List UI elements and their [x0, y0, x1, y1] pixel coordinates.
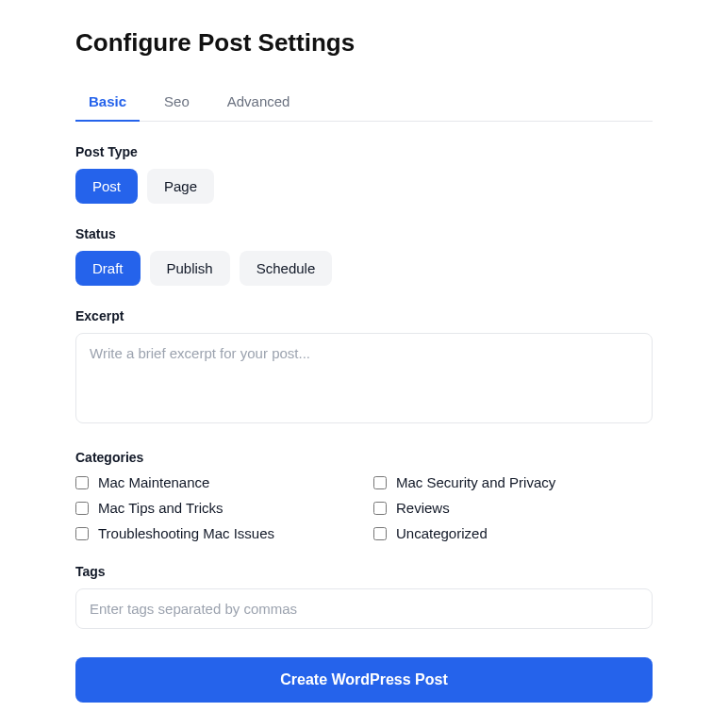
- category-item[interactable]: Troubleshooting Mac Issues: [75, 525, 355, 541]
- categories-group: Categories Mac Maintenance Mac Security …: [75, 450, 653, 541]
- category-checkbox[interactable]: [373, 476, 387, 489]
- tab-advanced[interactable]: Advanced: [227, 84, 290, 121]
- tabs: Basic Seo Advanced: [75, 84, 653, 122]
- post-type-label: Post Type: [75, 144, 653, 159]
- post-type-page-button[interactable]: Page: [147, 169, 214, 204]
- excerpt-group: Excerpt: [75, 308, 653, 427]
- category-item[interactable]: Mac Maintenance: [75, 474, 355, 490]
- status-draft-button[interactable]: Draft: [75, 251, 141, 286]
- category-text: Mac Tips and Tricks: [98, 500, 223, 516]
- category-text: Uncategorized: [396, 525, 488, 541]
- category-checkbox[interactable]: [75, 527, 89, 540]
- category-checkbox[interactable]: [75, 476, 89, 489]
- post-type-group: Post Type Post Page: [75, 144, 653, 204]
- status-group: Status Draft Publish Schedule: [75, 226, 653, 286]
- categories-label: Categories: [75, 450, 653, 465]
- tags-input[interactable]: [75, 588, 653, 629]
- category-item[interactable]: Mac Tips and Tricks: [75, 500, 355, 516]
- post-type-post-button[interactable]: Post: [75, 169, 138, 204]
- category-text: Reviews: [396, 500, 450, 516]
- category-text: Mac Maintenance: [98, 474, 209, 490]
- status-publish-button[interactable]: Publish: [150, 251, 230, 286]
- category-checkbox[interactable]: [75, 502, 89, 515]
- category-checkbox[interactable]: [373, 527, 387, 540]
- tags-group: Tags: [75, 564, 653, 629]
- status-schedule-button[interactable]: Schedule: [240, 251, 333, 286]
- excerpt-input[interactable]: [75, 333, 653, 423]
- page-title: Configure Post Settings: [75, 28, 653, 58]
- category-item[interactable]: Reviews: [373, 500, 653, 516]
- category-text: Troubleshooting Mac Issues: [98, 525, 274, 541]
- tab-seo[interactable]: Seo: [164, 84, 190, 121]
- tags-label: Tags: [75, 564, 653, 579]
- category-item[interactable]: Mac Security and Privacy: [373, 474, 653, 490]
- status-label: Status: [75, 226, 653, 241]
- category-checkbox[interactable]: [373, 502, 387, 515]
- category-text: Mac Security and Privacy: [396, 474, 555, 490]
- tab-basic[interactable]: Basic: [89, 84, 126, 121]
- category-item[interactable]: Uncategorized: [373, 525, 653, 541]
- excerpt-label: Excerpt: [75, 308, 653, 323]
- create-post-button[interactable]: Create WordPress Post: [75, 657, 653, 703]
